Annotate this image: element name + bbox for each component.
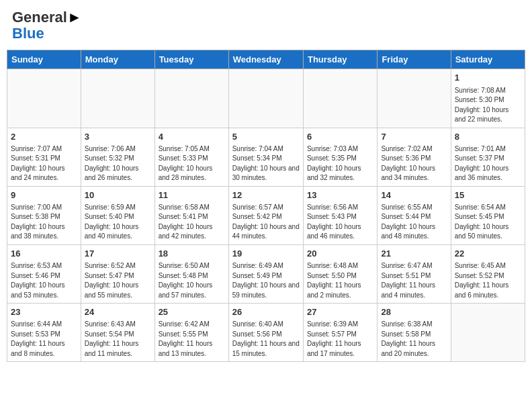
day-info: Sunrise: 7:01 AM Sunset: 5:37 PM Dayligh… <box>455 144 521 183</box>
day-info: Sunrise: 6:40 AM Sunset: 5:56 PM Dayligh… <box>232 320 300 359</box>
header-sunday: Sunday <box>7 50 81 69</box>
day-cell <box>303 69 377 128</box>
header-tuesday: Tuesday <box>154 50 228 69</box>
day-cell: 18Sunrise: 6:50 AM Sunset: 5:48 PM Dayli… <box>154 244 228 303</box>
day-info: Sunrise: 6:53 AM Sunset: 5:46 PM Dayligh… <box>11 261 77 300</box>
day-number: 8 <box>455 131 521 143</box>
day-cell: 2Sunrise: 7:07 AM Sunset: 5:31 PM Daylig… <box>7 128 81 186</box>
day-info: Sunrise: 7:00 AM Sunset: 5:38 PM Dayligh… <box>11 203 77 242</box>
day-cell: 10Sunrise: 6:59 AM Sunset: 5:40 PM Dayli… <box>81 186 154 244</box>
day-cell: 11Sunrise: 6:58 AM Sunset: 5:41 PM Dayli… <box>154 186 228 244</box>
day-cell: 24Sunrise: 6:43 AM Sunset: 5:54 PM Dayli… <box>81 304 154 362</box>
day-number: 27 <box>307 306 373 318</box>
day-info: Sunrise: 6:43 AM Sunset: 5:54 PM Dayligh… <box>85 320 151 359</box>
day-cell: 26Sunrise: 6:40 AM Sunset: 5:56 PM Dayli… <box>228 304 303 362</box>
day-cell: 7Sunrise: 7:02 AM Sunset: 5:36 PM Daylig… <box>378 128 451 186</box>
week-row-1: 1Sunrise: 7:08 AM Sunset: 5:30 PM Daylig… <box>7 69 525 128</box>
day-cell: 28Sunrise: 6:38 AM Sunset: 5:58 PM Dayli… <box>378 304 451 362</box>
day-info: Sunrise: 6:58 AM Sunset: 5:41 PM Dayligh… <box>159 203 225 242</box>
day-number: 10 <box>85 189 151 201</box>
day-cell: 27Sunrise: 6:39 AM Sunset: 5:57 PM Dayli… <box>303 304 377 362</box>
week-row-3: 9Sunrise: 7:00 AM Sunset: 5:38 PM Daylig… <box>7 186 525 244</box>
day-info: Sunrise: 6:50 AM Sunset: 5:48 PM Dayligh… <box>159 261 225 300</box>
day-cell <box>7 69 81 128</box>
day-info: Sunrise: 6:52 AM Sunset: 5:47 PM Dayligh… <box>85 261 151 300</box>
day-info: Sunrise: 6:54 AM Sunset: 5:45 PM Dayligh… <box>455 203 521 242</box>
day-number: 12 <box>232 189 300 201</box>
day-cell: 13Sunrise: 6:56 AM Sunset: 5:43 PM Dayli… <box>303 186 377 244</box>
week-row-2: 2Sunrise: 7:07 AM Sunset: 5:31 PM Daylig… <box>7 128 525 186</box>
day-info: Sunrise: 6:39 AM Sunset: 5:57 PM Dayligh… <box>307 320 373 359</box>
header-thursday: Thursday <box>303 50 377 69</box>
day-cell: 6Sunrise: 7:03 AM Sunset: 5:35 PM Daylig… <box>303 128 377 186</box>
day-number: 23 <box>11 306 77 318</box>
day-cell <box>228 69 303 128</box>
day-number: 18 <box>159 248 225 260</box>
header-saturday: Saturday <box>451 50 525 69</box>
day-cell: 14Sunrise: 6:55 AM Sunset: 5:44 PM Dayli… <box>378 186 451 244</box>
day-info: Sunrise: 7:08 AM Sunset: 5:30 PM Dayligh… <box>455 86 521 125</box>
day-number: 26 <box>232 306 300 318</box>
day-info: Sunrise: 6:38 AM Sunset: 5:58 PM Dayligh… <box>381 320 447 359</box>
day-cell: 1Sunrise: 7:08 AM Sunset: 5:30 PM Daylig… <box>451 69 525 128</box>
day-number: 3 <box>85 131 151 143</box>
day-info: Sunrise: 7:07 AM Sunset: 5:31 PM Dayligh… <box>11 144 77 183</box>
day-cell: 25Sunrise: 6:42 AM Sunset: 5:55 PM Dayli… <box>154 304 228 362</box>
page-header: General► Blue <box>7 7 525 44</box>
logo-blue: Blue <box>12 25 44 42</box>
day-number: 16 <box>11 248 77 260</box>
day-number: 22 <box>455 248 521 260</box>
day-number: 20 <box>307 248 373 260</box>
day-cell: 8Sunrise: 7:01 AM Sunset: 5:37 PM Daylig… <box>451 128 525 186</box>
day-info: Sunrise: 6:44 AM Sunset: 5:53 PM Dayligh… <box>11 320 77 359</box>
day-number: 11 <box>159 189 225 201</box>
day-info: Sunrise: 6:49 AM Sunset: 5:49 PM Dayligh… <box>232 261 300 300</box>
day-info: Sunrise: 6:42 AM Sunset: 5:55 PM Dayligh… <box>159 320 225 359</box>
day-cell: 5Sunrise: 7:04 AM Sunset: 5:34 PM Daylig… <box>228 128 303 186</box>
day-cell: 4Sunrise: 7:05 AM Sunset: 5:33 PM Daylig… <box>154 128 228 186</box>
day-number: 25 <box>159 306 225 318</box>
day-cell <box>154 69 228 128</box>
day-number: 6 <box>307 131 373 143</box>
day-info: Sunrise: 7:02 AM Sunset: 5:36 PM Dayligh… <box>381 144 447 183</box>
day-cell: 15Sunrise: 6:54 AM Sunset: 5:45 PM Dayli… <box>451 186 525 244</box>
header-friday: Friday <box>378 50 451 69</box>
day-cell: 23Sunrise: 6:44 AM Sunset: 5:53 PM Dayli… <box>7 304 81 362</box>
logo-general: General <box>12 9 67 26</box>
day-info: Sunrise: 7:06 AM Sunset: 5:32 PM Dayligh… <box>85 144 151 183</box>
day-cell: 9Sunrise: 7:00 AM Sunset: 5:38 PM Daylig… <box>7 186 81 244</box>
day-number: 2 <box>11 131 77 143</box>
day-info: Sunrise: 6:59 AM Sunset: 5:40 PM Dayligh… <box>85 203 151 242</box>
day-number: 21 <box>381 248 447 260</box>
day-info: Sunrise: 7:04 AM Sunset: 5:34 PM Dayligh… <box>232 144 300 183</box>
day-number: 1 <box>455 72 521 84</box>
day-number: 19 <box>232 248 300 260</box>
day-cell <box>81 69 154 128</box>
day-info: Sunrise: 6:47 AM Sunset: 5:51 PM Dayligh… <box>381 261 447 300</box>
day-number: 24 <box>85 306 151 318</box>
day-number: 17 <box>85 248 151 260</box>
day-info: Sunrise: 7:03 AM Sunset: 5:35 PM Dayligh… <box>307 144 373 183</box>
header-monday: Monday <box>81 50 154 69</box>
day-info: Sunrise: 6:45 AM Sunset: 5:52 PM Dayligh… <box>455 261 521 300</box>
calendar-table: SundayMondayTuesdayWednesdayThursdayFrid… <box>7 50 525 362</box>
day-cell: 22Sunrise: 6:45 AM Sunset: 5:52 PM Dayli… <box>451 244 525 303</box>
calendar-header-row: SundayMondayTuesdayWednesdayThursdayFrid… <box>7 50 525 69</box>
day-cell: 17Sunrise: 6:52 AM Sunset: 5:47 PM Dayli… <box>81 244 154 303</box>
day-number: 14 <box>381 189 447 201</box>
day-cell: 20Sunrise: 6:48 AM Sunset: 5:50 PM Dayli… <box>303 244 377 303</box>
day-number: 15 <box>455 189 521 201</box>
day-cell: 16Sunrise: 6:53 AM Sunset: 5:46 PM Dayli… <box>7 244 81 303</box>
day-number: 7 <box>381 131 447 143</box>
day-cell <box>378 69 451 128</box>
logo-text: General► Blue <box>12 9 82 42</box>
day-cell: 21Sunrise: 6:47 AM Sunset: 5:51 PM Dayli… <box>378 244 451 303</box>
day-cell: 3Sunrise: 7:06 AM Sunset: 5:32 PM Daylig… <box>81 128 154 186</box>
day-number: 9 <box>11 189 77 201</box>
week-row-5: 23Sunrise: 6:44 AM Sunset: 5:53 PM Dayli… <box>7 304 525 362</box>
day-cell <box>451 304 525 362</box>
day-cell: 19Sunrise: 6:49 AM Sunset: 5:49 PM Dayli… <box>228 244 303 303</box>
day-info: Sunrise: 6:55 AM Sunset: 5:44 PM Dayligh… <box>381 203 447 242</box>
day-cell: 12Sunrise: 6:57 AM Sunset: 5:42 PM Dayli… <box>228 186 303 244</box>
day-info: Sunrise: 6:57 AM Sunset: 5:42 PM Dayligh… <box>232 203 300 242</box>
